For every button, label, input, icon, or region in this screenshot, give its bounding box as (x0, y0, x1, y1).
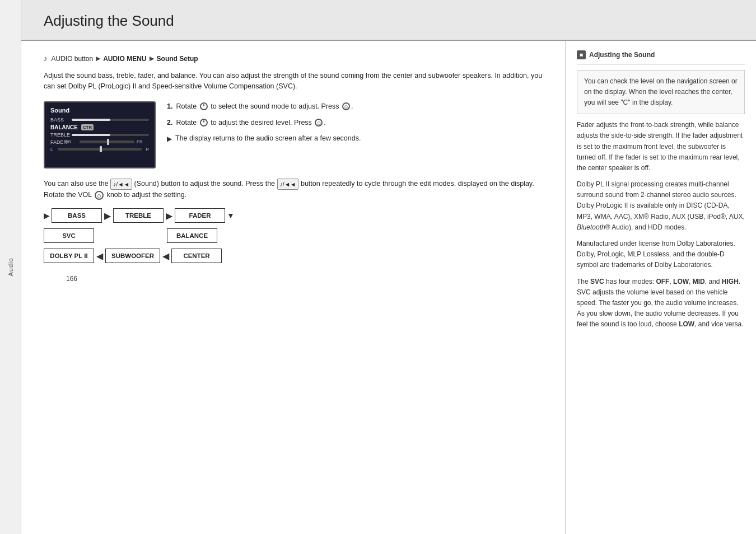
flow-box-subwoofer: SUBWOOFER (105, 249, 160, 263)
sound-screen-area: Sound BASS BALANCE CTR (44, 101, 548, 168)
flow-diagram: ▶ BASS ▶ TREBLE ▶ FADER ▼ SVC ▶ ▶ BALANC… (44, 208, 548, 263)
screen-treble-track (72, 134, 149, 136)
main-content: Adjusting the Sound ♪ AUDIO button ▶ AUD… (21, 0, 756, 534)
flow-box-dolby: DOLBY PL II (44, 249, 94, 263)
step-2-num: 2. (167, 118, 172, 128)
screen-balance-track-row: L R (50, 147, 149, 152)
sidebar: Audio (0, 0, 21, 534)
flow-row-3: DOLBY PL II ◀ SUBWOOFER ◀ CENTER ▼ (44, 249, 548, 263)
screen-treble-fill (72, 134, 110, 136)
balance-label: BALANCE (50, 124, 78, 130)
step-1-text: Rotate to select the sound mode to adjus… (176, 101, 548, 112)
page-number-area: 166 (44, 263, 548, 283)
step-2-text: Rotate to adjust the desired level. Pres… (176, 118, 548, 128)
screen-fader-row: FADER RR FR (50, 139, 149, 145)
right-col-box: You can check the level on the navigatio… (577, 70, 745, 115)
flow-row-2: SVC ▶ ▶ BALANCE ▼ (44, 228, 548, 243)
screen-title: Sound (50, 107, 149, 114)
flow-arrow-4: ◀ (94, 251, 105, 261)
flow-start-arrow: ▶ (44, 211, 52, 220)
screen-treble-row: TREBLE (50, 132, 149, 138)
steps-area: 1. Rotate to select the sound mode to ad… (167, 101, 548, 149)
sound-button-icon: ♪/◄◄ (110, 179, 132, 190)
flow-box-bass: BASS (52, 208, 102, 223)
screen-bass-fill (72, 119, 110, 121)
screen-treble-label: TREBLE (50, 132, 72, 138)
fader-fr: FR (137, 139, 149, 144)
breadcrumb-sep2: ▶ (150, 55, 154, 62)
knob-icon-2 (200, 119, 208, 127)
device-screen: Sound BASS BALANCE CTR (44, 101, 156, 168)
screen-bass-row: BASS (50, 117, 149, 123)
breadcrumb-part3: Sound Setup (157, 55, 198, 63)
step-1: 1. Rotate to select the sound mode to ad… (167, 101, 548, 112)
right-header: ■ Adjusting the Sound (577, 50, 745, 64)
breadcrumb: ♪ AUDIO button ▶ AUDIO MENU ▶ Sound Setu… (44, 54, 548, 63)
press-icon-2 (315, 119, 323, 127)
content-area: ♪ AUDIO button ▶ AUDIO MENU ▶ Sound Setu… (21, 41, 756, 534)
breadcrumb-part1: AUDIO button (52, 55, 94, 63)
note-icon: ■ (577, 50, 586, 59)
flow-box-treble: TREBLE (113, 208, 164, 223)
breadcrumb-sep1: ▶ (96, 55, 100, 62)
right-para-3: Manufactured under license from Dolby La… (577, 238, 745, 271)
screen-bass-label: BASS (50, 117, 72, 123)
right-column: ■ Adjusting the Sound You can check the … (566, 41, 756, 534)
flow-arrow-5: ◀ (160, 251, 171, 261)
page-container: Audio Adjusting the Sound ♪ AUDIO button… (0, 0, 756, 534)
display-note: ▶ The display returns to the audio scree… (167, 133, 548, 144)
flow-box-balance: BALANCE (167, 228, 217, 243)
balance-thumb (100, 146, 102, 152)
flow-box-fader: FADER (175, 208, 225, 223)
left-column: ♪ AUDIO button ▶ AUDIO MENU ▶ Sound Setu… (21, 41, 566, 534)
arrow-right-icon: ▶ (167, 134, 172, 144)
description-text: Adjust the sound bass, treble, fader, an… (44, 71, 548, 92)
breadcrumb-part2: AUDIO MENU (103, 55, 146, 63)
step-2: 2. Rotate to adjust the desired level. P… (167, 118, 548, 128)
page-number: 166 (44, 271, 100, 286)
flow-down-arrow: ▼ (225, 211, 235, 220)
bal-right: R (143, 147, 149, 152)
bal-left: L (50, 147, 56, 152)
additional-text: You can also use the ♪/◄◄ (Sound) button… (44, 179, 548, 201)
fader-label: FADER (50, 139, 63, 145)
sidebar-label: Audio (7, 257, 13, 276)
vol-knob-icon: ⊙ (95, 191, 104, 200)
right-para-1: Fader adjusts the front-to-back strength… (577, 120, 745, 174)
balance-track (58, 148, 142, 151)
screen-balance-header: BALANCE CTR (50, 124, 149, 130)
right-box-text: You can check the level on the navigatio… (584, 77, 738, 106)
page-title: Adjusting the Sound (44, 12, 734, 30)
flow-box-svc: SVC (44, 228, 94, 243)
flow-box-center: CENTER (171, 249, 222, 263)
right-header-text: Adjusting the Sound (589, 50, 655, 60)
right-para-4: The SVC has four modes: OFF, LOW, MID, a… (577, 277, 745, 330)
sound-button-icon-2: ♪/◄◄ (277, 179, 299, 190)
page-header: Adjusting the Sound (21, 0, 756, 41)
knob-icon-1 (200, 102, 208, 110)
balance-ctr: CTR (81, 124, 94, 130)
screen-bass-track (72, 119, 149, 121)
step-1-num: 1. (167, 101, 172, 112)
fader-thumb (107, 139, 109, 145)
flow-arrow-1: ▶ (102, 210, 113, 221)
display-note-text: The display returns to the audio screen … (175, 133, 361, 144)
fader-track (80, 140, 134, 143)
fader-rr: RR (65, 139, 77, 144)
press-icon-1 (342, 102, 350, 110)
flow-arrow-2: ▶ (164, 210, 175, 221)
mic-icon: ♪ (44, 54, 48, 63)
right-para-2: Dolby PL II signal processing creates mu… (577, 179, 745, 233)
flow-row-1: ▶ BASS ▶ TREBLE ▶ FADER ▼ (44, 208, 548, 223)
